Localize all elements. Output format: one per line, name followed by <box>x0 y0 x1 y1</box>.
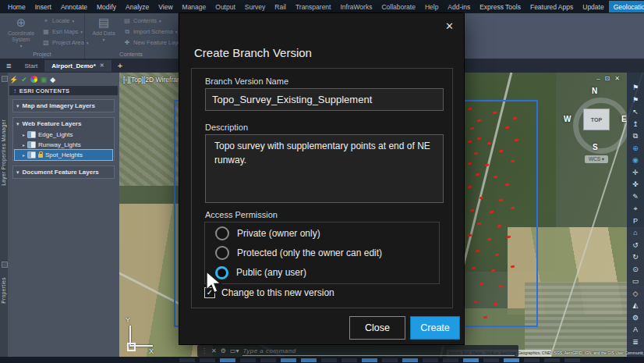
radio-button-icon[interactable] <box>215 246 229 260</box>
prism-icon[interactable]: ◭ <box>633 301 639 309</box>
status-segment[interactable] <box>564 358 580 362</box>
menu-item-infraworks[interactable]: InfraWorks <box>335 1 377 12</box>
description-textarea[interactable] <box>205 134 444 203</box>
layer-item-spot-heights[interactable]: ▸Spot_Heights <box>15 150 112 160</box>
status-segment[interactable] <box>463 358 479 362</box>
tab-airport-demo[interactable]: Airport_Demo*✕ <box>44 60 111 72</box>
view-cube-top-face[interactable]: TOP <box>583 109 610 130</box>
droplet-icon[interactable]: ◆ <box>50 76 55 84</box>
new-tab-button[interactable]: + <box>111 61 129 70</box>
ribbon-button-import-schema[interactable]: ⧉Import Schema▾ <box>123 27 188 36</box>
status-segment[interactable] <box>362 358 377 362</box>
status-segment[interactable] <box>443 358 458 362</box>
copy-features-icon[interactable]: ⧉ <box>633 132 638 140</box>
change-version-checkbox-row[interactable]: ✓ Change to this new version <box>204 287 334 298</box>
compass-west[interactable]: W <box>564 115 571 123</box>
status-segment[interactable] <box>341 358 357 362</box>
ribbon-panel-label[interactable]: Project <box>0 51 84 58</box>
menu-item-geolocation[interactable]: Geolocation <box>609 1 644 12</box>
palette-tab-icon[interactable] <box>2 262 8 268</box>
pick-point-icon[interactable]: ↥ <box>632 120 639 128</box>
status-segment[interactable] <box>301 358 317 362</box>
parcel-icon[interactable]: P <box>633 217 638 225</box>
wrench-icon[interactable]: ⚙ <box>221 347 226 354</box>
menu-item-output[interactable]: Output <box>211 1 240 12</box>
status-segment[interactable] <box>544 358 560 362</box>
status-segment[interactable] <box>281 358 296 362</box>
globe-icon[interactable]: ⊕ <box>632 144 639 152</box>
add-points-icon[interactable]: ✛ <box>632 169 639 176</box>
ribbon-button-esri-maps[interactable]: ▦Esri Maps▾ <box>42 27 89 36</box>
group-header-web-feature-layers[interactable]: ▾Web Feature Layers <box>13 118 114 130</box>
lightning-icon[interactable]: ⚡ <box>9 76 18 84</box>
ribbon-panel-label[interactable]: Contents <box>84 51 178 58</box>
chevron-right-icon[interactable]: ▸ <box>23 142 25 148</box>
grip-icon[interactable]: ⋮ <box>201 347 207 354</box>
status-segment[interactable] <box>483 358 499 362</box>
menu-item-express-tools[interactable]: Express Tools <box>475 1 525 12</box>
undo-icon[interactable]: ↺ <box>632 241 639 249</box>
rail-label-layer-properties-manager[interactable]: Layer Properties Manager <box>1 119 6 186</box>
redo-icon[interactable]: ↻ <box>632 253 639 261</box>
menu-item-featured-apps[interactable]: Featured Apps <box>525 1 578 12</box>
snap-target-icon[interactable]: ⌖ <box>633 205 637 212</box>
close-icon[interactable]: ✕ <box>211 347 217 354</box>
command-bar[interactable]: ⋮ ✕ ⚙ ▭▾ Type a command <box>197 345 518 357</box>
group-header-map-and-imagery-layers[interactable]: ▾Map and Imagery Layers <box>13 100 114 112</box>
create-button[interactable]: Create <box>410 316 460 340</box>
branch-version-name-input[interactable] <box>205 88 444 111</box>
close-icon[interactable]: ✕ <box>100 62 104 69</box>
palette-title-bar[interactable]: ⁞ ESRI CONTENTS <box>9 86 118 95</box>
ribbon-button-new-feature-layer[interactable]: ✚New Feature Layer▾ <box>123 38 188 47</box>
ribbon-button-contents[interactable]: ▤Contents▾ <box>123 16 188 25</box>
layer-item-runway-lights[interactable]: ▸Runway_Lights <box>15 140 112 150</box>
menu-item-transparent[interactable]: Transparent <box>291 1 336 12</box>
layer-item-edge-lights[interactable]: ▸Edge_Lights <box>15 130 112 140</box>
pencil-icon[interactable]: ✎ <box>632 193 639 201</box>
viewport-label[interactable]: [-][Top][2D Wireframe] <box>123 76 188 84</box>
menu-item-view[interactable]: View <box>154 1 177 12</box>
flag-icon[interactable]: ⚑ <box>632 84 639 91</box>
close-icon[interactable]: ✕ <box>445 20 454 32</box>
close-viewport-icon[interactable]: ✕ <box>614 75 620 82</box>
menu-item-annotate[interactable]: Annotate <box>56 1 92 12</box>
layers-icon[interactable]: ≣ <box>632 338 639 346</box>
status-segment[interactable] <box>321 358 337 362</box>
group-header-document-feature-layers[interactable]: ▾Document Feature Layers <box>13 166 114 178</box>
rail-label-properties[interactable]: Properties <box>1 277 6 304</box>
menu-item-insert[interactable]: Insert <box>30 1 56 12</box>
rectangle-icon[interactable]: ▭ <box>632 277 639 285</box>
status-segment[interactable] <box>524 358 540 362</box>
chevron-right-icon[interactable]: ▸ <box>23 152 25 158</box>
compass-north[interactable]: N <box>592 87 597 95</box>
status-segment[interactable] <box>382 358 398 362</box>
flag-alt-icon[interactable]: ⚑ <box>632 96 639 104</box>
command-input[interactable]: Type a command <box>242 346 515 356</box>
minimize-viewport-icon[interactable]: – <box>596 75 600 82</box>
menu-item-update[interactable]: Update <box>578 1 608 12</box>
close-button[interactable]: Close <box>349 316 405 340</box>
menu-item-modify[interactable]: Modify <box>92 1 121 12</box>
menu-item-manage[interactable]: Manage <box>178 1 211 12</box>
green-square-icon[interactable]: ▣ <box>41 76 48 84</box>
menu-item-rail[interactable]: Rail <box>270 1 291 12</box>
status-segment[interactable] <box>220 358 235 362</box>
status-segment[interactable] <box>402 358 418 362</box>
menu-item-add-ins[interactable]: Add-ins <box>443 1 475 12</box>
view-cube[interactable]: TOP N W E S WCS ▾ <box>568 87 635 165</box>
menu-item-collaborate[interactable]: Collaborate <box>377 1 419 12</box>
ribbon-button-project-area[interactable]: ▧Project Area▾ <box>42 38 89 47</box>
polygon-icon[interactable]: ◇ <box>633 290 639 297</box>
status-segment[interactable] <box>200 358 215 362</box>
compass-east[interactable]: E <box>621 115 627 123</box>
check-icon[interactable]: ✔ <box>21 76 27 84</box>
orbit-icon[interactable]: ⊙ <box>632 265 639 273</box>
menu-item-help[interactable]: Help <box>420 1 443 12</box>
gear-icon[interactable]: ⚙ <box>632 314 639 322</box>
status-segment[interactable] <box>179 358 195 362</box>
radio-public-any-user[interactable]: Public (any user) <box>215 264 439 281</box>
select-arrow-icon[interactable]: ↖ <box>632 108 639 116</box>
tab-start[interactable]: Start <box>17 60 44 72</box>
globe-alt-icon[interactable]: ◉ <box>632 156 639 164</box>
restore-viewport-icon[interactable]: ⊡ <box>604 75 610 82</box>
